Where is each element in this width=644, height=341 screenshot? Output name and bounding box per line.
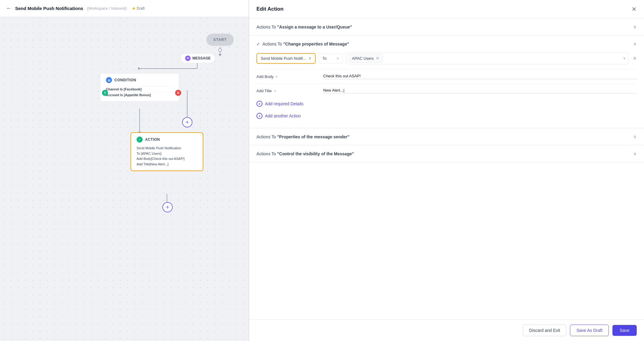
action-type-select[interactable]: Send Mobile Push Notifi... ∨ (256, 53, 316, 64)
close-button[interactable]: ✕ (632, 5, 637, 13)
condition-header: ◎ CONDITION (106, 77, 173, 83)
action-content: Send Mobile Push Notification To [APAC U… (137, 146, 197, 167)
add-required-icon: + (256, 101, 263, 107)
accordion-section-4: Actions To "Control the visibility of th… (249, 145, 644, 162)
body-field-label: Add Body ∨ (256, 74, 323, 79)
action-label: ACTION (145, 137, 160, 142)
tag-remove-button[interactable]: ✕ (376, 56, 379, 61)
condition-row1-op: Is (120, 87, 123, 91)
message-icon: ✉ (185, 56, 191, 61)
svg-marker-5 (138, 67, 141, 70)
accordion-title-4: Actions To "Control the visibility of th… (256, 151, 354, 156)
badge-y: Y (102, 90, 108, 96)
panel-body: Actions To "Assign a message to a User/Q… (249, 19, 644, 319)
to-chevron-icon: ∨ (337, 56, 339, 60)
accordion-expanded-2: Send Mobile Push Notifi... ∨ To ∨ APAC U… (249, 52, 644, 128)
action-header: ✓ ACTION (137, 137, 197, 143)
action-title-val: [New Alert...] (150, 162, 168, 166)
action-line3: Add Body[Check this out ASAP!] (137, 156, 197, 162)
add-another-icon: + (256, 113, 263, 119)
title-field-label: Add Title ∨ (256, 89, 323, 93)
title-field-row: Add Title ∨ New Alert... (256, 83, 637, 98)
draft-label: Draft (137, 6, 144, 11)
flow-content: START ✉ MESSAGE ◎ CONDITION Channel Is [… (0, 17, 249, 341)
save-button[interactable]: Save (612, 325, 637, 336)
action-line4: Add Title[New Alert...] (137, 162, 197, 167)
action-icon: ✓ (137, 137, 143, 143)
message-label: MESSAGE (192, 56, 211, 60)
flow-connectors (0, 17, 249, 341)
action-line2: To [APAC Users] (137, 151, 197, 157)
accordion-header-4[interactable]: Actions To "Control the visibility of th… (249, 145, 644, 162)
draft-badge: Draft (133, 6, 144, 11)
condition-row1-val: [Facebook] (124, 87, 142, 91)
panel-header: Edit Action ✕ (249, 0, 644, 19)
tag-container-chevron-icon: ∨ (623, 56, 626, 60)
top-bar: ← Send Mobile Push Notifications (Worksp… (0, 0, 249, 17)
title-label-text: Add Title (256, 89, 272, 93)
save-as-draft-button[interactable]: Save As Draft (570, 325, 609, 336)
body-label-text: Add Body (256, 74, 273, 79)
accordion-header-4-left: Actions To "Control the visibility of th… (256, 151, 354, 156)
svg-point-1 (219, 49, 222, 52)
accordion-section-2: ✓ Actions To "Change properties of Messa… (249, 35, 644, 128)
add-required-label: Add required Details (265, 101, 303, 106)
action-remove-button[interactable]: ✕ (633, 56, 637, 61)
body-label-chevron-icon: ∨ (275, 75, 278, 79)
body-field-row: Add Body ∨ Check this out ASAP! (256, 69, 637, 83)
add-required-details-button[interactable]: + Add required Details (256, 98, 637, 110)
title-label-chevron-icon: ∨ (274, 89, 276, 93)
page-title: Send Mobile Push Notifications (15, 6, 83, 11)
plus-circle-2[interactable]: + (162, 202, 173, 212)
right-panel: Edit Action ✕ Actions To "Assign a messa… (249, 0, 644, 341)
accordion-header-2[interactable]: ✓ Actions To "Change properties of Messa… (249, 35, 644, 52)
condition-row-2: Account Is [Appetite Bonus] (106, 92, 173, 98)
tag-container: APAC Users ✕ ∨ (346, 52, 629, 64)
back-button[interactable]: ← (6, 5, 12, 12)
condition-node[interactable]: ◎ CONDITION Channel Is [Facebook] Accoun… (100, 73, 179, 102)
condition-row2-op: Is (120, 93, 123, 97)
panel-title: Edit Action (256, 6, 283, 12)
add-another-label: Add another Action (265, 113, 301, 118)
accordion-header-3-left: Actions To "Properties of the message se… (256, 134, 349, 139)
accordion-header-1[interactable]: Actions To "Assign a message to a User/Q… (249, 19, 644, 35)
condition-row-1: Channel Is [Facebook] (106, 86, 173, 92)
badge-n: N (175, 90, 181, 96)
chevron-up-icon-2: ∧ (633, 41, 637, 47)
panel-footer: Discard and Exit Save As Draft Save (249, 319, 644, 341)
add-another-action-button[interactable]: + Add another Action (256, 110, 637, 122)
accordion-header-2-left: ✓ Actions To "Change properties of Messa… (256, 42, 349, 46)
discard-and-exit-button[interactable]: Discard and Exit (523, 325, 567, 336)
chevron-down-icon-1: ∨ (633, 24, 637, 30)
start-node: START (206, 34, 234, 46)
accordion-header-1-left: Actions To "Assign a message to a User/Q… (256, 25, 352, 29)
action-select-chevron-icon: ∨ (309, 56, 311, 60)
action-body-val: [Check this out ASAP!] (151, 157, 185, 160)
chevron-down-icon-3: ∨ (633, 134, 637, 140)
draft-dot-icon (133, 7, 135, 10)
plus-circle-1[interactable]: + (182, 117, 192, 127)
action-node[interactable]: ✓ ACTION Send Mobile Push Notification T… (130, 132, 203, 171)
tag-label: APAC Users (352, 56, 374, 61)
condition-row1-key: Channel (106, 87, 119, 91)
accordion-title-1: Actions To "Assign a message to a User/Q… (256, 25, 352, 29)
action-title-key: Add Title (137, 162, 150, 166)
body-field-value[interactable]: Check this out ASAP! (323, 74, 637, 79)
flow-canvas: ← Send Mobile Push Notifications (Worksp… (0, 0, 249, 341)
action-line1: Send Mobile Push Notification (137, 146, 197, 151)
apac-users-tag: APAC Users ✕ (349, 54, 383, 63)
check-icon-2: ✓ (256, 42, 260, 46)
svg-marker-2 (219, 54, 222, 56)
condition-row2-val: [Appetite Bonus] (124, 93, 151, 97)
action-select-row: Send Mobile Push Notifi... ∨ To ∨ APAC U… (256, 52, 637, 64)
to-label-text: To (323, 56, 327, 61)
title-field-value[interactable]: New Alert... (323, 88, 637, 93)
condition-icon: ◎ (106, 77, 112, 83)
accordion-header-3[interactable]: Actions To "Properties of the message se… (249, 128, 644, 145)
action-select-value: Send Mobile Push Notifi... (261, 56, 306, 61)
to-select[interactable]: To ∨ (319, 53, 343, 63)
message-node[interactable]: ✉ MESSAGE (181, 53, 215, 63)
accordion-title-2: Actions To "Change properties of Message… (263, 42, 349, 46)
chevron-down-icon-4: ∨ (633, 151, 637, 157)
page-subtitle: (Workspace / Inbound) (87, 6, 127, 11)
